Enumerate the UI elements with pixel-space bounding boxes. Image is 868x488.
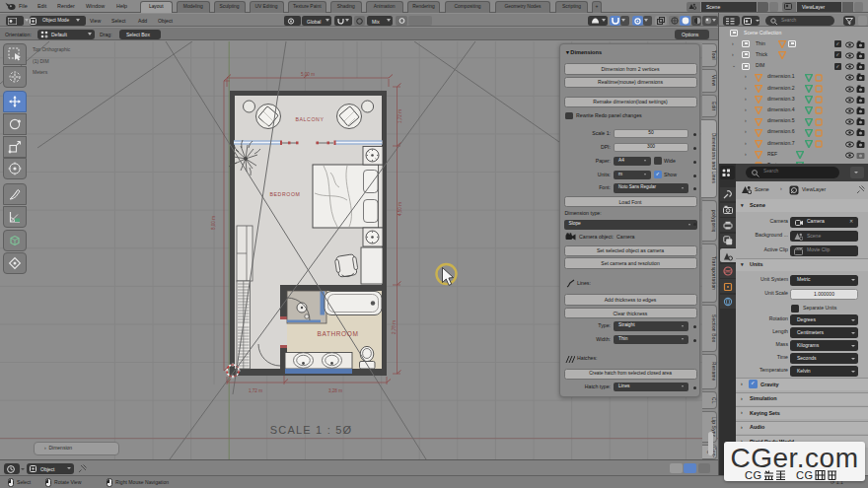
svg-text:8,00 m: 8,00 m xyxy=(211,216,216,230)
svg-text:SCALE 1 : 5Ø: SCALE 1 : 5Ø xyxy=(270,424,353,436)
svg-text:5,00 m: 5,00 m xyxy=(301,72,315,77)
svg-text:4,50 m: 4,50 m xyxy=(398,202,402,216)
svg-text:1,72 m: 1,72 m xyxy=(398,109,402,123)
svg-text:2,78 m: 2,78 m xyxy=(392,320,397,334)
svg-text:3,28 m: 3,28 m xyxy=(328,388,342,393)
svg-text:BALCONY: BALCONY xyxy=(296,116,325,122)
svg-text:BEDROOM: BEDROOM xyxy=(269,191,300,197)
svg-text:1,72 m: 1,72 m xyxy=(249,388,262,393)
svg-text:BATHROOM: BATHROOM xyxy=(318,330,359,337)
